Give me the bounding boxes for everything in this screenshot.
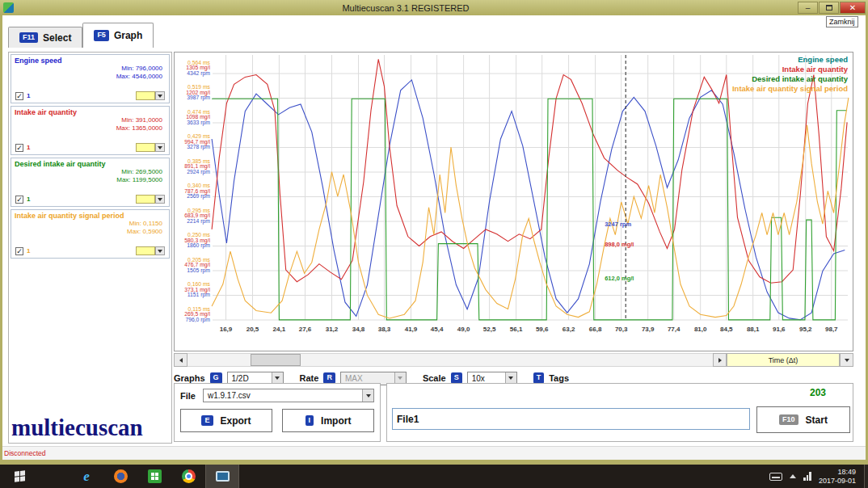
rate-label: Rate <box>300 373 319 383</box>
rate-value: MAX <box>345 374 363 383</box>
chevron-down-icon[interactable] <box>155 91 165 100</box>
channel-signal-period: Intake air quantity signal period Min: 0… <box>11 209 170 259</box>
import-button[interactable]: I Import <box>282 409 374 432</box>
scrollbar-right-arrow[interactable] <box>713 353 727 367</box>
internet-explorer-icon: e <box>83 469 90 483</box>
chart-plot[interactable]: 16,920,524,127,631,234,838,341,945,449,0… <box>175 53 853 351</box>
file-select-value: w1.9.17.csv <box>208 391 251 400</box>
channel-checkbox[interactable] <box>15 196 23 204</box>
channel-checkbox[interactable] <box>15 92 23 100</box>
export-button[interactable]: E Export <box>180 409 272 432</box>
channel-title: Engine speed <box>11 55 169 65</box>
close-button[interactable]: ✕ <box>840 2 866 14</box>
svg-text:52,5: 52,5 <box>483 326 496 333</box>
maximize-button[interactable] <box>819 2 839 14</box>
chrome-icon <box>182 469 196 483</box>
file-label: File <box>180 391 196 401</box>
start-menu-button[interactable] <box>0 465 39 488</box>
channel-max: Max: 1365,0000 <box>11 124 169 133</box>
chevron-down-icon[interactable] <box>155 195 165 204</box>
chart-area[interactable]: 16,920,524,127,631,234,838,341,945,449,0… <box>174 52 853 351</box>
chart-legend: Engine speedIntake air quantityDesired i… <box>732 55 848 94</box>
export-label: Export <box>221 415 251 427</box>
channel-index-label: 1 <box>27 196 30 203</box>
svg-text:2924 rpm: 2924 rpm <box>187 169 210 175</box>
show-desktop-button[interactable] <box>864 465 868 488</box>
legend-item: Intake air quantity <box>732 65 848 74</box>
svg-text:41,9: 41,9 <box>405 326 418 333</box>
scrollbar-track[interactable] <box>188 353 713 367</box>
svg-text:3278 rpm: 3278 rpm <box>187 144 210 150</box>
svg-text:70,3: 70,3 <box>615 326 628 333</box>
network-signal-icon[interactable] <box>803 472 811 481</box>
minimize-button[interactable]: – <box>798 2 818 14</box>
tags-key-badge: T <box>533 372 545 383</box>
taskbar-chrome-icon[interactable] <box>171 465 205 488</box>
channel-min: Min: 796,0000 <box>11 65 169 73</box>
svg-text:66,8: 66,8 <box>589 326 602 333</box>
taskbar-clock[interactable]: 18:49 2017-09-01 <box>819 468 856 486</box>
channel-checkbox[interactable] <box>15 144 23 152</box>
app-window-icon <box>216 471 230 482</box>
time-axis-dropdown-arrow[interactable] <box>840 353 853 367</box>
axis-value-box <box>136 91 155 100</box>
time-axis-select[interactable]: Time (Δt) <box>727 353 840 367</box>
windows-store-icon <box>148 469 162 483</box>
channel-min: Min: 0,1150 <box>11 220 169 228</box>
svg-text:95,2: 95,2 <box>799 326 812 333</box>
start-button[interactable]: F10 Start <box>756 406 850 433</box>
channel-axis-select[interactable] <box>136 246 165 255</box>
scrollbar-thumb[interactable] <box>251 354 301 366</box>
taskbar-ie-icon[interactable]: e <box>70 465 103 488</box>
run-panel: 203 F10 Start <box>386 383 853 442</box>
channel-index-label: 1 <box>27 144 30 151</box>
taskbar: e 18:49 2017-09-01 <box>0 465 868 488</box>
svg-text:24,1: 24,1 <box>273 326 286 333</box>
tab-graph[interactable]: F5 Graph <box>82 23 154 48</box>
svg-text:45,4: 45,4 <box>431 326 444 333</box>
window-title: Multiecuscan 3.1 REGISTERED <box>14 3 798 13</box>
axis-value-box <box>136 143 155 152</box>
channel-min: Min: 391,0000 <box>11 116 169 124</box>
graphs-label: Graphs <box>174 373 205 383</box>
tab-select[interactable]: F11 Select <box>8 27 82 48</box>
chevron-down-icon[interactable] <box>155 143 165 152</box>
svg-text:49,0: 49,0 <box>457 326 470 333</box>
channel-axis-select[interactable] <box>136 195 165 204</box>
scale-label: Scale <box>423 373 446 383</box>
svg-text:88,1: 88,1 <box>747 326 760 333</box>
maximize-icon <box>826 5 832 11</box>
tray-expand-icon[interactable] <box>790 474 796 478</box>
channel-index-label: 1 <box>27 92 30 99</box>
file-select[interactable]: w1.9.17.csv <box>203 389 374 402</box>
taskbar-multiecuscan-window[interactable] <box>205 465 239 488</box>
clock-time: 18:49 <box>819 468 856 477</box>
taskbar-store-icon[interactable] <box>137 465 171 488</box>
channel-axis-select[interactable] <box>136 143 165 152</box>
keyboard-icon[interactable] <box>769 473 782 481</box>
taskbar-firefox-icon[interactable] <box>103 465 137 488</box>
channel-max: Max: 1199,5000 <box>11 176 169 184</box>
svg-text:796,0 rpm: 796,0 rpm <box>185 317 210 323</box>
file-name-input[interactable] <box>392 408 750 430</box>
desktop: Multiecuscan 3.1 REGISTERED – ✕ Zamknij … <box>0 0 868 488</box>
svg-text:81,0: 81,0 <box>694 326 707 333</box>
chevron-down-icon[interactable] <box>362 389 373 402</box>
svg-text:34,8: 34,8 <box>352 326 365 333</box>
svg-text:27,6: 27,6 <box>299 326 312 333</box>
channel-intake-air-quantity: Intake air quantity Min: 391,0000 Max: 1… <box>11 106 170 155</box>
channel-axis-select[interactable] <box>136 91 165 100</box>
svg-text:1860 rpm: 1860 rpm <box>187 242 210 249</box>
file-panel: File w1.9.17.csv E Export I Import <box>174 383 381 442</box>
legend-item: Engine speed <box>732 55 848 65</box>
scale-value: 10x <box>472 374 485 383</box>
svg-text:98,7: 98,7 <box>825 326 838 333</box>
scale-key-badge: S <box>451 372 462 383</box>
window-border-left <box>0 15 2 462</box>
scrollbar-left-arrow[interactable] <box>174 353 188 367</box>
chevron-down-icon[interactable] <box>155 246 165 255</box>
svg-text:31,2: 31,2 <box>326 326 339 333</box>
svg-text:4342 rpm: 4342 rpm <box>187 70 210 77</box>
channel-checkbox[interactable] <box>15 247 23 255</box>
chart-scroll-row: Time (Δt) <box>174 353 853 367</box>
